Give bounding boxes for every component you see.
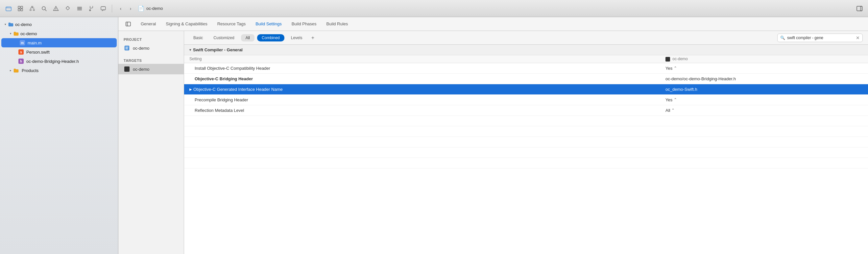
folder-icon[interactable] <box>4 4 13 13</box>
nav-back-button[interactable]: ‹ <box>116 4 125 13</box>
project-section-label: PROJECT <box>118 36 184 43</box>
tab-build-phases[interactable]: Build Phases <box>287 20 321 28</box>
products-folder-icon <box>13 67 19 74</box>
file-swift-icon: s <box>19 49 24 55</box>
tab-build-settings[interactable]: Build Settings <box>251 20 286 28</box>
filter-levels-button[interactable]: Levels <box>287 34 306 41</box>
warning-icon[interactable] <box>51 4 61 13</box>
settings-row-empty-1 <box>184 116 868 126</box>
tab-resource-tags[interactable]: Resource Tags <box>213 20 250 28</box>
setting-value-bridging: oc-demo/oc-demo-Bridging-Header.h <box>665 76 863 81</box>
settings-table: Basic Customized All Combined Levels + 🔍… <box>184 31 868 254</box>
diamond-icon[interactable] <box>63 4 72 13</box>
column-headers: Setting oc-demo <box>184 55 868 63</box>
sidebar-item-group[interactable]: oc-demo <box>0 29 118 38</box>
build-settings-container: PROJECT oc-demo TARGETS <box>118 31 868 254</box>
sidebar-item-bridging-header[interactable]: h oc-demo-Bridging-Header.h <box>0 57 118 66</box>
settings-row-precompile[interactable]: Precompile Bridging Header Yes ⌃ <box>184 95 868 105</box>
file-m-icon: m <box>20 40 25 46</box>
project-file-icon <box>124 45 130 51</box>
sidebar-item-person-swift[interactable]: s Person.swift <box>0 47 118 57</box>
comment-icon[interactable] <box>99 4 108 13</box>
tab-signing[interactable]: Signing & Capabilities <box>161 20 212 28</box>
filter-all-button[interactable]: All <box>241 34 254 41</box>
filter-add-button[interactable]: + <box>309 34 317 42</box>
sidebar-item-products[interactable]: Products <box>0 66 118 75</box>
svg-rect-1 <box>18 6 20 8</box>
col-value-label: oc-demo <box>672 57 688 61</box>
toolbar-separator <box>112 5 112 12</box>
target-icon <box>124 66 130 73</box>
inspector-button[interactable] <box>855 4 864 13</box>
disclosure-none <box>13 59 19 64</box>
svg-rect-0 <box>6 7 11 11</box>
sidebar-root-label: oc-demo <box>15 22 32 27</box>
top-toolbar: ‹ › 📄 oc-demo <box>0 0 868 17</box>
disclosure-icon <box>8 31 13 36</box>
setting-value-install: Yes ⌃ <box>665 66 863 71</box>
settings-row-reflection[interactable]: Reflection Metadata Level All ⌃ <box>184 105 868 116</box>
setting-name-precompile: Precompile Bridging Header <box>189 97 665 102</box>
svg-rect-19 <box>126 22 128 26</box>
stepper-icon-2: ⌃ <box>674 97 677 102</box>
setting-value-generated: oc_demo-Swift.h <box>665 87 863 92</box>
list-icon[interactable] <box>75 4 84 13</box>
sidebar-item-products-label: Products <box>22 68 38 73</box>
search-icon[interactable] <box>39 4 49 13</box>
svg-rect-2 <box>21 6 23 8</box>
tab-general[interactable]: General <box>136 20 160 28</box>
tab-bar: General Signing & Capabilities Resource … <box>118 17 868 31</box>
stepper-icon-3: ⌃ <box>671 108 675 113</box>
content-area: PROJECT oc-demo TARGETS <box>118 31 868 254</box>
filter-search-input[interactable] <box>787 35 854 40</box>
right-panel: General Signing & Capabilities Resource … <box>118 17 868 254</box>
file-icon: 📄 <box>138 5 144 11</box>
settings-row-empty-4 <box>184 147 868 158</box>
filter-customized-button[interactable]: Customized <box>210 34 238 41</box>
toolbar-title: 📄 oc-demo <box>138 5 163 11</box>
project-item-label: oc-demo <box>133 46 150 51</box>
search-clear-icon[interactable]: ✕ <box>856 35 860 40</box>
project-list-panel: PROJECT oc-demo TARGETS <box>118 31 184 254</box>
grid-icon[interactable] <box>16 4 25 13</box>
filter-search-container: 🔍 ✕ <box>777 33 863 42</box>
settings-row-install-header[interactable]: Install Objective-C Compatibility Header… <box>184 63 868 74</box>
settings-row-empty-3 <box>184 137 868 147</box>
targets-section-label: TARGETS <box>118 57 184 64</box>
file-h-icon: h <box>19 59 24 64</box>
settings-row-bridging[interactable]: Objective-C Bridging Header oc-demo/oc-d… <box>184 74 868 84</box>
disclosure-none <box>13 49 19 55</box>
filter-combined-button[interactable]: Combined <box>257 34 284 41</box>
sidebar-item-main-m[interactable]: m main.m <box>1 38 117 47</box>
group-folder-icon <box>13 31 19 36</box>
filter-bar: Basic Customized All Combined Levels + 🔍… <box>184 31 868 45</box>
section-disclosure-icon: ▾ <box>189 48 191 52</box>
nav-forward-button[interactable]: › <box>126 4 135 13</box>
toolbar-right <box>855 4 864 13</box>
project-list-item-oc-demo[interactable]: oc-demo <box>118 43 184 53</box>
svg-rect-4 <box>21 9 23 11</box>
svg-rect-11 <box>77 7 82 7</box>
col-value-header: oc-demo <box>665 57 863 61</box>
svg-rect-10 <box>66 6 69 10</box>
filter-basic-button[interactable]: Basic <box>189 34 207 41</box>
settings-row-generated[interactable]: ▶ Objective-C Generated Interface Header… <box>184 84 868 95</box>
hierarchy-icon[interactable] <box>28 4 37 13</box>
settings-section-header[interactable]: ▾ Swift Compiler - General <box>184 45 868 55</box>
tab-build-rules[interactable]: Build Rules <box>322 20 353 28</box>
disclosure-icon <box>3 22 8 27</box>
sidebar-item-root[interactable]: oc-demo <box>0 20 118 29</box>
row-disclosure-icon: ▶ <box>189 87 192 91</box>
setting-name-install: Install Objective-C Compatibility Header <box>189 66 665 71</box>
target-list-item-oc-demo[interactable]: oc-demo <box>118 64 184 74</box>
svg-rect-3 <box>18 9 20 11</box>
branch-icon[interactable] <box>87 4 96 13</box>
toolbar-title-text: oc-demo <box>146 6 163 11</box>
setting-name-bridging: Objective-C Bridging Header <box>189 76 665 81</box>
target-label: oc-demo <box>133 67 150 72</box>
panel-toggle-button[interactable] <box>124 20 133 29</box>
svg-rect-7 <box>33 9 34 10</box>
sidebar-item-bridging-header-label: oc-demo-Bridging-Header.h <box>26 59 79 64</box>
setting-name-generated: ▶ Objective-C Generated Interface Header… <box>189 87 665 92</box>
target-col-icon <box>665 57 670 61</box>
